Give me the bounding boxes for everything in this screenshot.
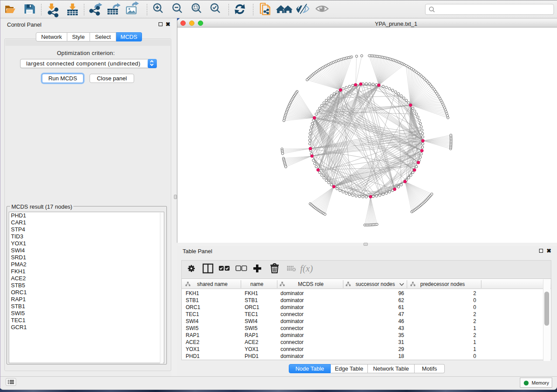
svg-text:f(x): f(x) <box>300 263 313 274</box>
